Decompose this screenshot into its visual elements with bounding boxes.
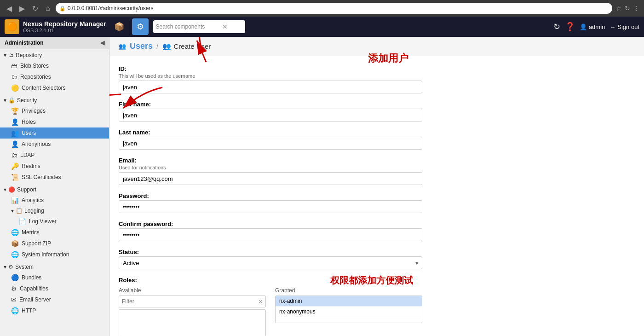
sidebar-item-anonymous[interactable]: 👤 Anonymous — [0, 139, 109, 150]
metrics-icon: 🌐 — [11, 229, 19, 236]
realms-icon: 🔑 — [11, 162, 19, 170]
sidebar-item-metrics[interactable]: 🌐 Metrics — [0, 227, 109, 238]
sidebar-item-analytics[interactable]: 📊 Analytics — [0, 195, 109, 206]
forward-button[interactable]: ▶ — [17, 3, 27, 14]
sidebar-group-logging[interactable]: ▾ 📋 Logging — [0, 206, 109, 216]
privileges-icon: 🏆 — [11, 107, 19, 115]
sidebar-section-system: ▾ ⚙ System 🔵 Bundles ⚙ Capabilities ✉ Em… — [0, 261, 109, 317]
create-user-form: 添加用户 ID: This will be used as the userna… — [109, 56, 431, 336]
available-roles-col: Available ✕ — [119, 287, 266, 336]
content-selectors-label: Content Selectors — [22, 85, 65, 91]
refresh-button-2[interactable]: ↻ — [625, 5, 630, 12]
sidebar-item-email-server[interactable]: ✉ Email Server — [0, 294, 109, 305]
toggle-icon: ▾ — [4, 52, 6, 58]
roles-columns: Available ✕ Granted nx-admin nx-anonymou… — [119, 287, 422, 336]
sidebar-item-blob-stores[interactable]: 🗃 Blob Stores — [0, 60, 109, 71]
signout-label: Sign out — [617, 23, 639, 30]
sidebar-item-users[interactable]: 👥 Users — [0, 127, 109, 139]
filter-input[interactable] — [119, 295, 266, 307]
repository-group-label: Repository — [16, 52, 42, 58]
help-button[interactable]: ❓ — [565, 22, 575, 32]
subtitle-text: Create User — [174, 42, 211, 50]
sidebar-group-security[interactable]: ▾ 🔒 Security — [0, 95, 109, 105]
sidebar-section-repository: ▾ 🗂 Repository 🗃 Blob Stores 🗂 Repositor… — [0, 49, 109, 94]
search-bar[interactable]: ✕ — [153, 20, 245, 33]
sidebar-item-log-viewer[interactable]: 📄 Log Viewer — [0, 216, 109, 227]
log-viewer-icon: 📄 — [18, 218, 26, 225]
sidebar-item-realms[interactable]: 🔑 Realms — [0, 161, 109, 172]
sidebar-item-roles[interactable]: 👤 Roles — [0, 116, 109, 127]
lastname-label: Last name: — [119, 129, 422, 136]
sidebar-section-support: ▾ 🔴 Support 📊 Analytics ▾ 📋 Logging 📄 Lo… — [0, 184, 109, 261]
sidebar-item-ldap[interactable]: 🗂 LDAP — [0, 150, 109, 161]
sidebar-close-icon[interactable]: ◀ — [100, 40, 104, 46]
analytics-label: Analytics — [22, 197, 44, 203]
sidebar-item-ssl-certificates[interactable]: 📜 SSL Certificates — [0, 172, 109, 183]
anonymous-label: Anonymous — [22, 141, 51, 147]
sidebar-item-privileges[interactable]: 🏆 Privileges — [0, 105, 109, 116]
browse-button[interactable]: 📦 — [111, 18, 127, 35]
granted-roles-col: Granted nx-admin nx-anonymous — [275, 287, 422, 336]
breadcrumb-users-link[interactable]: Users — [130, 41, 153, 51]
repositories-label: Repositories — [20, 74, 51, 80]
blob-stores-icon: 🗃 — [11, 62, 17, 70]
status-select-wrapper: Active Disabled ▾ — [119, 256, 422, 269]
signout-button[interactable]: → Sign out — [610, 23, 639, 30]
password-input[interactable] — [119, 200, 422, 213]
sidebar-group-system[interactable]: ▾ ⚙ System — [0, 262, 109, 272]
sidebar-item-system-information[interactable]: 🌐 System Information — [0, 249, 109, 260]
sidebar-item-repositories[interactable]: 🗂 Repositories — [0, 71, 109, 82]
http-icon: 🌐 — [11, 307, 19, 314]
toggle-icon-security: ▾ — [4, 97, 6, 104]
user-info: 👤 admin — [580, 23, 605, 30]
search-clear-icon[interactable]: ✕ — [222, 23, 228, 30]
granted-role-item-nx-admin[interactable]: nx-admin — [276, 296, 422, 307]
system-information-icon: 🌐 — [11, 251, 19, 258]
sidebar-item-capabilities[interactable]: ⚙ Capabilities — [0, 283, 109, 294]
refresh-button[interactable]: ↻ — [30, 3, 40, 14]
roles-label: Roles: — [119, 277, 422, 284]
confirm-password-label: Confirm password: — [119, 220, 422, 227]
users-icon: 👥 — [11, 129, 19, 137]
search-input[interactable] — [156, 23, 220, 30]
page-subtitle: 👥 Create User — [162, 42, 211, 51]
subtitle-icon: 👥 — [162, 42, 171, 51]
available-roles-list — [119, 309, 266, 336]
email-input[interactable] — [119, 172, 422, 185]
log-viewer-label: Log Viewer — [29, 218, 57, 225]
breadcrumb-separator: / — [156, 42, 158, 51]
sidebar: Administration ◀ ▾ 🗂 Repository 🗃 Blob S… — [0, 37, 109, 336]
menu-button[interactable]: ⋮ — [633, 5, 639, 12]
filter-input-wrapper: ✕ — [119, 295, 266, 307]
breadcrumb-icon: 👥 — [119, 43, 126, 50]
support-zip-icon: 📦 — [11, 240, 19, 247]
confirm-password-input[interactable] — [119, 228, 422, 241]
repository-group-icon: 🗂 — [8, 52, 14, 58]
sidebar-item-bundles[interactable]: 🔵 Bundles — [0, 272, 109, 283]
support-group-label: Support — [17, 186, 36, 193]
granted-role-item-nx-anonymous[interactable]: nx-anonymous — [276, 307, 422, 317]
password-field-group: Password: — [119, 192, 422, 213]
blob-stores-label: Blob Stores — [20, 63, 49, 69]
sidebar-item-content-selectors[interactable]: 🟡 Content Selectors — [0, 82, 109, 93]
sidebar-item-http[interactable]: 🌐 HTTP — [0, 305, 109, 316]
home-button[interactable]: ⌂ — [44, 3, 52, 13]
admin-button[interactable]: ⚙ — [132, 18, 149, 35]
sidebar-section-security: ▾ 🔒 Security 🏆 Privileges 👤 Roles 👥 User… — [0, 94, 109, 184]
metrics-label: Metrics — [22, 229, 40, 236]
firstname-input[interactable] — [119, 109, 422, 122]
bookmark-button[interactable]: ☆ — [616, 5, 622, 12]
sidebar-group-support[interactable]: ▾ 🔴 Support — [0, 185, 109, 195]
refresh-icon-button[interactable]: ↻ — [553, 22, 560, 32]
back-button[interactable]: ◀ — [5, 3, 14, 14]
support-zip-label: Support ZIP — [22, 240, 51, 247]
filter-clear-icon[interactable]: ✕ — [258, 298, 263, 305]
lastname-input[interactable] — [119, 137, 422, 150]
address-bar[interactable]: 🔒 0.0.0.0:8081/#admin/security/users — [56, 3, 612, 14]
sidebar-item-support-zip[interactable]: 📦 Support ZIP — [0, 238, 109, 249]
status-select[interactable]: Active Disabled — [119, 256, 422, 269]
bundles-label: Bundles — [22, 274, 41, 281]
sidebar-group-repository[interactable]: ▾ 🗂 Repository — [0, 50, 109, 60]
id-input[interactable] — [119, 81, 422, 93]
header-right: ↻ ❓ 👤 admin → Sign out — [553, 22, 639, 32]
